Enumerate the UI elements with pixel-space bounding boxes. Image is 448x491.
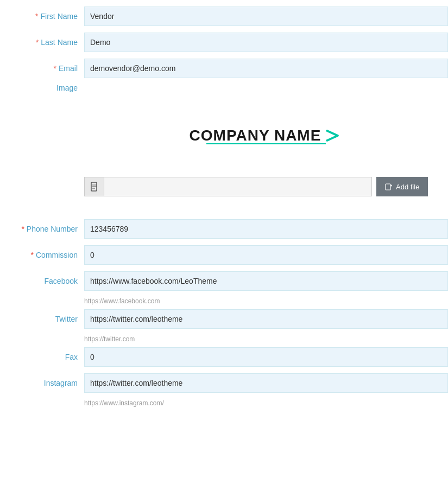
email-required-star: * — [54, 64, 56, 73]
first-name-input[interactable] — [84, 7, 448, 26]
facebook-input[interactable] — [84, 271, 448, 291]
file-path-input[interactable] — [104, 177, 371, 196]
twitter-label-col: Twitter — [0, 315, 84, 323]
phone-number-input-col — [84, 219, 448, 239]
twitter-hint-row: https://twitter.com — [0, 334, 448, 343]
fax-input[interactable] — [84, 347, 448, 367]
add-file-button[interactable]: Add file — [376, 177, 428, 196]
instagram-label-col: Instagram — [0, 379, 84, 387]
twitter-label: Twitter — [55, 315, 78, 323]
phone-number-row: * Phone Number — [0, 218, 448, 240]
facebook-label: Facebook — [45, 277, 78, 285]
fax-label-col: Fax — [0, 353, 84, 361]
company-name-logo: COMPANY NAME — [190, 126, 343, 144]
last-name-row: * Last Name — [0, 31, 448, 53]
first-name-required-star: * — [35, 12, 38, 21]
add-file-icon — [385, 183, 393, 190]
commission-required-star: * — [31, 251, 34, 259]
instagram-label: Instagram — [44, 379, 78, 387]
first-name-label-col: * First Name — [0, 12, 84, 21]
email-input[interactable] — [84, 59, 448, 78]
twitter-hint: https://twitter.com — [84, 335, 135, 343]
email-row: * Email — [0, 58, 448, 79]
facebook-hint-row: https://www.facebook.com — [0, 296, 448, 305]
image-row: Image — [0, 84, 448, 105]
image-label: Image — [56, 84, 78, 92]
instagram-input[interactable] — [84, 373, 448, 393]
instagram-row: Instagram — [0, 372, 448, 394]
commission-input-col — [84, 245, 448, 265]
form-container: * First Name * Last Name * Email Image — [0, 0, 448, 416]
fax-input-col — [84, 347, 448, 367]
image-label-col: Image — [0, 84, 84, 92]
twitter-row: Twitter — [0, 308, 448, 330]
file-input-wrapper[interactable] — [84, 177, 372, 196]
phone-number-input[interactable] — [84, 219, 448, 239]
first-name-label: First Name — [41, 12, 78, 21]
file-icon — [85, 177, 104, 196]
facebook-label-col: Facebook — [0, 277, 84, 285]
instagram-hint-row: https://www.instagram.com/ — [0, 398, 448, 407]
facebook-input-col — [84, 271, 448, 291]
instagram-input-col — [84, 373, 448, 393]
last-name-required-star: * — [36, 38, 39, 47]
phone-number-label-col: * Phone Number — [0, 225, 84, 233]
phone-number-label: Phone Number — [27, 225, 78, 233]
email-label: Email — [59, 64, 78, 73]
first-name-row: * First Name — [0, 5, 448, 27]
company-name-text: COMPANY NAME — [190, 127, 321, 144]
fax-label: Fax — [65, 353, 78, 361]
company-name-wrapper: COMPANY NAME — [190, 126, 343, 145]
twitter-input-col — [84, 309, 448, 329]
last-name-input[interactable] — [84, 33, 448, 52]
facebook-hint: https://www.facebook.com — [84, 297, 160, 305]
commission-input[interactable] — [84, 245, 448, 265]
company-logo-section: COMPANY NAME — [84, 110, 448, 155]
instagram-hint: https://www.instagram.com/ — [84, 399, 164, 407]
last-name-label-col: * Last Name — [0, 38, 84, 47]
add-file-label: Add file — [396, 183, 419, 191]
email-input-col — [84, 59, 448, 78]
fax-row: Fax — [0, 346, 448, 368]
file-upload-section: Add file — [84, 177, 448, 196]
commission-row: * Commission — [0, 244, 448, 266]
email-label-col: * Email — [0, 64, 84, 73]
commission-label-col: * Commission — [0, 251, 84, 259]
first-name-input-col — [84, 7, 448, 26]
last-name-input-col — [84, 33, 448, 52]
company-arrow-icon — [323, 126, 343, 145]
phone-number-required-star: * — [21, 225, 24, 233]
twitter-input[interactable] — [84, 309, 448, 329]
last-name-label: Last Name — [41, 38, 78, 47]
svg-rect-4 — [386, 184, 390, 190]
commission-label: Commission — [36, 251, 78, 259]
facebook-row: Facebook — [0, 270, 448, 292]
